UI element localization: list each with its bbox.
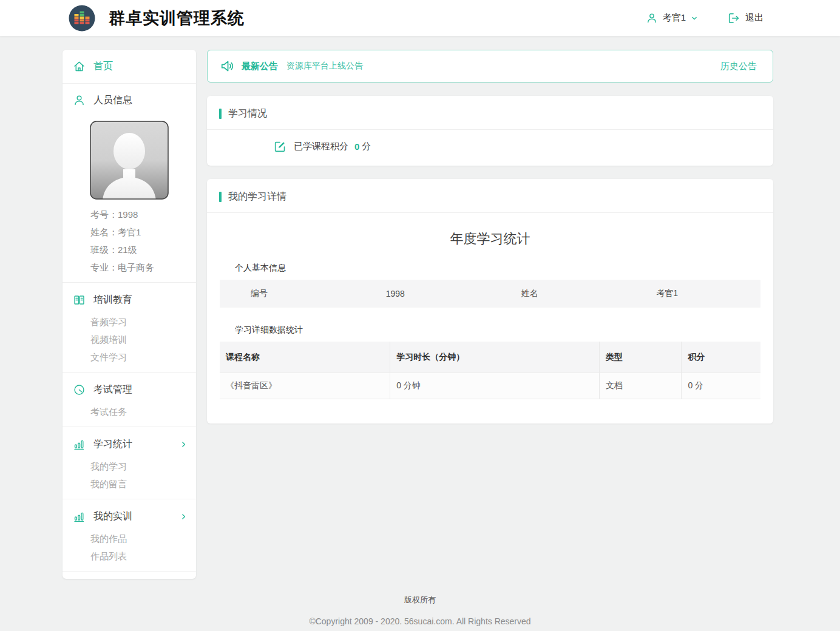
- sidebar-subitem-video[interactable]: 视频培训: [90, 331, 196, 348]
- chevron-right-icon: [180, 440, 188, 448]
- cell-type: 文档: [599, 373, 681, 399]
- announcement-label: 最新公告: [242, 61, 278, 72]
- sidebar-item-label: 学习统计: [93, 438, 132, 451]
- sidebar-item-home[interactable]: 首页: [63, 50, 196, 83]
- accent-bar: [219, 109, 222, 119]
- sidebar-subitem-audio[interactable]: 音频学习: [90, 313, 196, 331]
- page-footer: 版权所有 ©Copyright 2009 - 2020. 56sucai.com…: [0, 595, 840, 631]
- header-actions: 考官1 退出: [646, 12, 764, 25]
- sidebar-item-label: 我的实训: [93, 510, 132, 523]
- app-title: 群卓实训管理系统: [109, 7, 245, 29]
- sidebar-item-training[interactable]: 培训教育: [63, 283, 196, 312]
- sidebar-item-my-practice[interactable]: 我的实训: [63, 499, 196, 528]
- panel-header: 学习情况: [207, 96, 773, 129]
- sidebar-item-label: 考试管理: [93, 383, 132, 396]
- history-announcements-link[interactable]: 历史公告: [720, 61, 757, 72]
- brand: 群卓实训管理系统: [69, 5, 245, 32]
- sidebar-subitems: 音频学习 视频培训 文件学习: [63, 312, 196, 372]
- profile-exam-no: 考号：1998: [90, 206, 196, 223]
- sidebar-item-exam[interactable]: 考试管理: [63, 373, 196, 402]
- cell-duration: 0 分钟: [390, 373, 600, 399]
- study-detail-panel: 我的学习详情 年度学习统计 个人基本信息 编号 1998 姓名 考官1 学习详细…: [207, 179, 773, 423]
- cell-score: 0 分: [682, 373, 760, 399]
- panel-divider: [207, 212, 773, 213]
- logo-icon: [69, 5, 95, 32]
- sidebar-subitem-file[interactable]: 文件学习: [90, 348, 196, 366]
- book-icon: [73, 294, 86, 306]
- basic-info-cell: 1998: [355, 289, 490, 299]
- sidebar-group-training: 培训教育 音频学习 视频培训 文件学习: [63, 283, 196, 372]
- basic-info-cell: 编号: [220, 288, 355, 299]
- sidebar-subitem-my-study[interactable]: 我的学习: [90, 457, 196, 475]
- sidebar-subitems: 我的学习 我的留言: [63, 456, 196, 499]
- bar-chart-icon: [73, 510, 86, 523]
- copyright-cn: 版权所有: [0, 595, 840, 606]
- basic-info-row: 编号 1998 姓名 考官1: [220, 280, 760, 308]
- sidebar-subitem-my-message[interactable]: 我的留言: [90, 475, 196, 493]
- sidebar: 首页 人员信息: [63, 50, 196, 579]
- stats-table-title: 学习详细数据统计: [220, 325, 760, 336]
- logout-label: 退出: [745, 12, 764, 24]
- sidebar-subitem-my-works[interactable]: 我的作品: [90, 530, 196, 547]
- edit-icon: [274, 140, 286, 153]
- sidebar-subitem-exam-task[interactable]: 考试任务: [90, 403, 196, 420]
- panel-header: 我的学习详情: [207, 179, 773, 212]
- home-icon: [73, 60, 86, 73]
- sidebar-group-my-practice: 我的实训 我的作品 作品列表: [63, 499, 196, 571]
- profile-info: 考号：1998 姓名：考官1 班级：21级 专业：电子商务: [63, 206, 196, 276]
- logout-button[interactable]: 退出: [727, 12, 764, 25]
- layout: 首页 人员信息: [0, 36, 840, 579]
- copyright-en: ©Copyright 2009 - 2020. 56sucai.com. All…: [0, 616, 840, 626]
- chevron-down-icon: [691, 15, 698, 22]
- annual-stats-heading: 年度学习统计: [220, 230, 760, 248]
- bar-chart-icon: [73, 438, 86, 451]
- sidebar-divider: [63, 571, 196, 572]
- col-header-score: 积分: [682, 342, 760, 373]
- score-value: 0: [354, 141, 359, 152]
- basic-info-cell: 考官1: [625, 288, 760, 299]
- sidebar-item-label: 首页: [93, 60, 113, 73]
- profile-name: 姓名：考官1: [90, 223, 196, 241]
- sidebar-item-profile[interactable]: 人员信息: [63, 84, 196, 117]
- sidebar-item-label: 人员信息: [93, 94, 132, 107]
- score-label: 已学课程积分: [294, 141, 348, 152]
- sidebar-item-study-stats[interactable]: 学习统计: [63, 427, 196, 456]
- col-header-course: 课程名称: [220, 342, 390, 373]
- profile-class: 班级：21级: [90, 241, 196, 258]
- panel-title: 我的学习详情: [228, 191, 286, 203]
- speaker-icon: [220, 58, 235, 74]
- score-unit: 分: [362, 141, 371, 152]
- avatar: [90, 121, 169, 200]
- course-score-row: 已学课程积分 0 分: [207, 130, 773, 166]
- sidebar-subitems: 我的作品 作品列表: [63, 528, 196, 571]
- user-icon: [646, 12, 658, 24]
- announcement-bar: 最新公告 资源库平台上线公告 历史公告: [207, 50, 773, 83]
- col-header-type: 类型: [599, 342, 681, 373]
- sidebar-subitems: 考试任务: [63, 402, 196, 427]
- sidebar-group-exam: 考试管理 考试任务: [63, 373, 196, 427]
- table-header-row: 课程名称 学习时长（分钟） 类型 积分: [220, 342, 760, 373]
- col-header-duration: 学习时长（分钟）: [390, 342, 600, 373]
- basic-info-title: 个人基本信息: [220, 263, 760, 274]
- profile-major: 专业：电子商务: [90, 258, 196, 276]
- announcement-link[interactable]: 资源库平台上线公告: [286, 61, 363, 72]
- basic-info-cell: 姓名: [490, 288, 626, 299]
- study-status-panel: 学习情况 已学课程积分 0 分: [207, 96, 773, 166]
- panel-title: 学习情况: [228, 107, 267, 120]
- clock-icon: [73, 383, 86, 396]
- accent-bar: [219, 192, 222, 202]
- sidebar-subitem-works-list[interactable]: 作品列表: [90, 547, 196, 565]
- main-content: 最新公告 资源库平台上线公告 历史公告 学习情况 已学课程积分 0 分: [207, 50, 773, 423]
- profile-block: 考号：1998 姓名：考官1 班级：21级 专业：电子商务: [63, 117, 196, 282]
- logout-icon: [727, 12, 740, 25]
- table-row: 《抖音雷区》 0 分钟 文档 0 分: [220, 373, 760, 399]
- study-stats-table: 课程名称 学习时长（分钟） 类型 积分 《抖音雷区》 0 分钟 文档 0 分: [220, 342, 760, 399]
- cell-course: 《抖音雷区》: [220, 373, 390, 399]
- user-name: 考官1: [663, 12, 686, 24]
- sidebar-group-study-stats: 学习统计 我的学习 我的留言: [63, 427, 196, 499]
- user-menu[interactable]: 考官1: [646, 12, 698, 24]
- study-detail-body: 年度学习统计 个人基本信息 编号 1998 姓名 考官1 学习详细数据统计 课程…: [207, 230, 773, 423]
- person-icon: [73, 94, 86, 107]
- sidebar-item-label: 培训教育: [93, 294, 132, 306]
- chevron-right-icon: [180, 513, 188, 521]
